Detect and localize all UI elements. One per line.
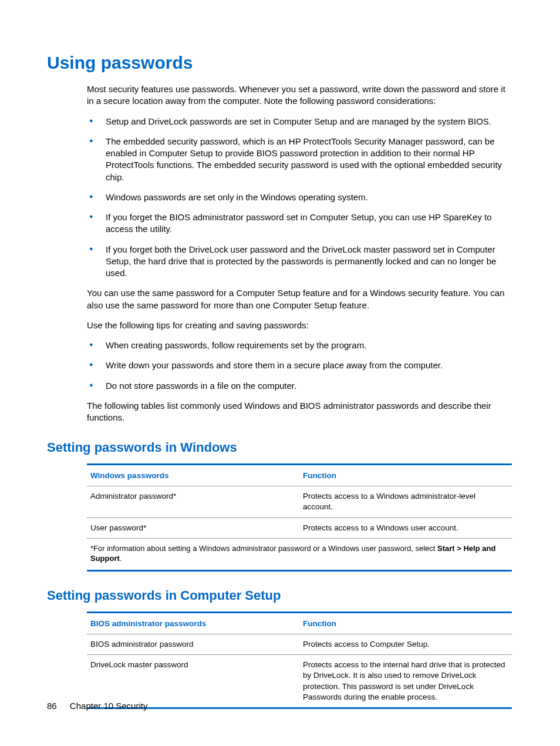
list-item: If you forget the BIOS administrator pas… [87, 211, 513, 236]
paragraph: You can use the same password for a Comp… [87, 287, 513, 311]
table-cell: Protects access to a Windows administrat… [299, 486, 512, 518]
page-heading: Using passwords [47, 53, 513, 73]
list-item: If you forget both the DriveLock user pa… [87, 244, 513, 280]
table-cell: DriveLock master password [87, 655, 299, 708]
list-item: Write down your passwords and store them… [87, 359, 513, 371]
table-row: DriveLock master password Protects acces… [87, 655, 512, 708]
table-cell: BIOS administrator password [87, 634, 299, 655]
footnote-text: *For information about setting a Windows… [90, 544, 437, 553]
chapter-label: Chapter 10 Security [70, 701, 148, 711]
body-content: Most security features use passwords. Wh… [87, 83, 513, 424]
table-header: Function [299, 613, 512, 634]
table-footnote-row: *For information about setting a Windows… [87, 538, 512, 570]
tips-list: When creating passwords, follow requirem… [87, 340, 513, 392]
list-item: The embedded security password, which is… [87, 136, 513, 183]
intro-paragraph: Most security features use passwords. Wh… [87, 83, 513, 107]
section-heading-windows: Setting passwords in Windows [47, 440, 513, 455]
list-item: Do not store passwords in a file on the … [87, 380, 513, 392]
table-cell: Protects access to Computer Setup. [299, 634, 512, 655]
table-cell: Administrator password* [87, 486, 299, 518]
footnote-text: . [120, 554, 122, 563]
table-row: User password* Protects access to a Wind… [87, 518, 512, 538]
section-heading-computer-setup: Setting passwords in Computer Setup [47, 588, 513, 603]
page-footer: 86 Chapter 10 Security [47, 701, 147, 711]
windows-passwords-table: Windows passwords Function Administrator… [87, 463, 512, 572]
list-item: Setup and DriveLock passwords are set in… [87, 116, 513, 127]
table-cell: Protects access to a Windows user accoun… [299, 518, 512, 538]
table-footnote: *For information about setting a Windows… [87, 538, 512, 570]
list-item: Windows passwords are set only in the Wi… [87, 191, 513, 203]
list-item: When creating passwords, follow requirem… [87, 340, 513, 351]
table-row: Administrator password* Protects access … [87, 486, 512, 518]
table-row: BIOS administrator password Protects acc… [87, 634, 512, 655]
considerations-list: Setup and DriveLock passwords are set in… [87, 116, 513, 280]
table-cell: User password* [87, 518, 299, 538]
paragraph: The following tables list commonly used … [87, 400, 513, 424]
table-header: BIOS administrator passwords [87, 613, 299, 634]
table-header: Function [299, 465, 512, 486]
bios-passwords-table: BIOS administrator passwords Function BI… [87, 611, 512, 709]
table-header: Windows passwords [87, 465, 299, 486]
page-number: 86 [47, 701, 57, 711]
paragraph: Use the following tips for creating and … [87, 320, 513, 331]
table-cell: Protects access to the internal hard dri… [299, 655, 512, 708]
